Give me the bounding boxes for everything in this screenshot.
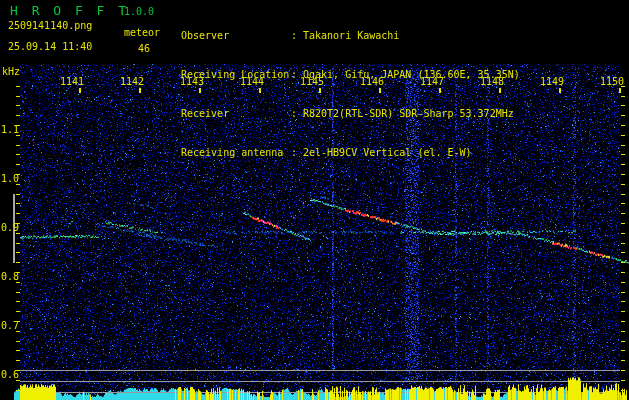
datetime-label: 25.09.14 11:40	[8, 41, 92, 52]
echo-count: 46	[138, 43, 150, 54]
x-tick-label: 1142	[120, 76, 146, 87]
x-tick-label: 1148	[480, 76, 506, 87]
info-colon: :	[291, 29, 303, 42]
info-value: R820T2(RTL-SDR) SDR-Sharp 53.372MHz	[303, 107, 514, 120]
x-tick-label: 1141	[60, 76, 86, 87]
x-tick-label: 1143	[180, 76, 206, 87]
y-tick-label: 0.6	[1, 369, 21, 380]
y-axis-unit-label: kHz	[2, 66, 20, 77]
y-tick-label: 0.8	[1, 271, 21, 282]
info-row-observer: Observer:Takanori Kawachi	[181, 29, 626, 42]
info-value: 2el-HB9CV Vertical (el. E-W)	[303, 146, 472, 159]
x-tick-label: 1147	[420, 76, 446, 87]
info-row-antenna: Receiving antenna:2el-HB9CV Vertical (el…	[181, 146, 626, 159]
app-version: 1.0.0	[124, 6, 154, 17]
y-tick-label: 0.9	[1, 222, 21, 233]
info-label: Observer	[181, 29, 291, 42]
app-title: H R O F F T	[10, 3, 129, 18]
output-filename: 2509141140.png	[8, 20, 92, 31]
mode-label: meteor	[124, 27, 160, 38]
x-tick-label: 1149	[540, 76, 566, 87]
info-row-receiver: Receiver:R820T2(RTL-SDR) SDR-Sharp 53.37…	[181, 107, 626, 120]
observer-info-block: Observer:Takanori Kawachi Receiving Loca…	[181, 3, 626, 185]
y-tick-label: 1.1	[1, 124, 21, 135]
info-colon: :	[291, 146, 303, 159]
info-colon: :	[291, 107, 303, 120]
hrofft-screen: H R O F F T 1.0.0 2509141140.png meteor …	[0, 0, 629, 400]
x-tick-label: 1146	[360, 76, 386, 87]
x-tick-label: 1145	[300, 76, 326, 87]
x-tick-label: 1150	[600, 76, 626, 87]
info-value: Takanori Kawachi	[303, 29, 399, 42]
x-tick-label: 1144	[240, 76, 266, 87]
info-label: Receiving antenna	[181, 146, 291, 159]
y-tick-label: 0.7	[1, 320, 21, 331]
info-label: Receiver	[181, 107, 291, 120]
y-tick-label: 1.0	[1, 173, 21, 184]
